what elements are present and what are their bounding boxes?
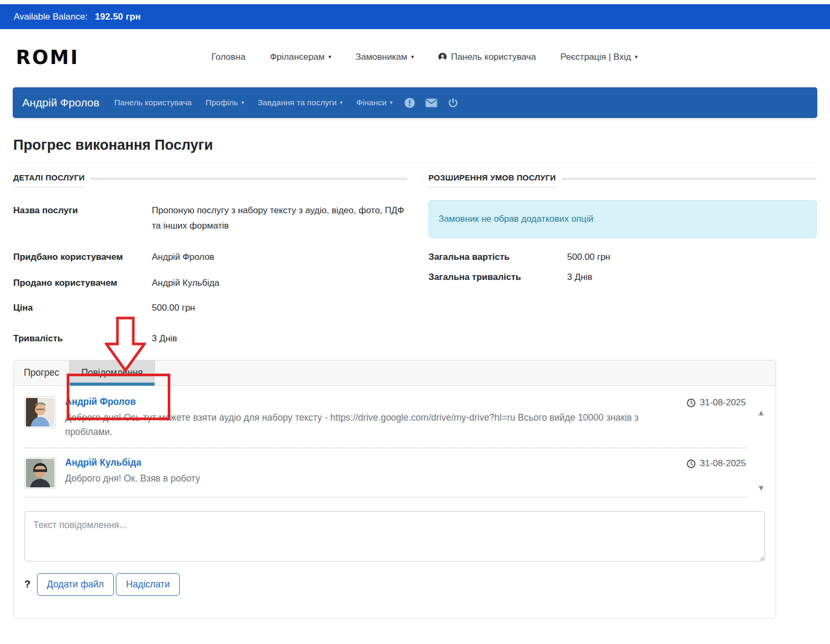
message-text: Доброго дня! Ось тут можете взяти аудіо … bbox=[65, 411, 678, 439]
help-icon[interactable]: ? bbox=[24, 578, 31, 590]
extensions-heading: РОЗШИРЕННЯ УМОВ ПОСЛУГИ bbox=[428, 173, 556, 187]
add-file-button[interactable]: Додати файл bbox=[37, 573, 114, 596]
usernav-dashboard[interactable]: Панель користувача bbox=[114, 98, 192, 107]
message-list: ▲ ▼ Андрій Фролов Д bbox=[24, 396, 765, 497]
service-details-section: ДЕТАЛІ ПОСЛУГИ Назва послуги Пропоную по… bbox=[13, 173, 407, 347]
message-text: Доброго дня! Ок. Взяв в роботу bbox=[65, 471, 678, 486]
service-extensions-section: РОЗШИРЕННЯ УМОВ ПОСЛУГИ Замовник не обра… bbox=[428, 173, 817, 347]
nav-user-dashboard[interactable]: Панель користувача bbox=[438, 52, 536, 62]
chevron-down-icon: ▾ bbox=[241, 100, 244, 105]
nav-auth[interactable]: Реєстрація | Вхід ▾ bbox=[560, 52, 637, 62]
total-duration-row: Загальна тривалість 3 Днів bbox=[428, 270, 817, 285]
nav-home[interactable]: Головна bbox=[212, 52, 246, 62]
message-item: Андрій Фролов Доброго дня! Ось тут может… bbox=[24, 396, 746, 448]
envelope-icon[interactable] bbox=[425, 98, 437, 107]
detail-row-buyer: Придбано користувачем Андрій Фролов bbox=[13, 250, 407, 265]
clock-icon bbox=[687, 398, 696, 407]
messages-tab-content: ▲ ▼ Андрій Фролов Д bbox=[14, 386, 776, 618]
message-item: Андрій Кульбіда Доброго дня! Ок. Взяв в … bbox=[24, 448, 746, 497]
detail-row-seller: Продано користувачем Андрій Кульбіда bbox=[13, 276, 407, 291]
tab-progress[interactable]: Прогрес bbox=[14, 360, 69, 385]
tab-messages[interactable]: Повідомлення bbox=[69, 360, 155, 385]
scroll-up-icon[interactable]: ▲ bbox=[757, 408, 765, 417]
site-header: ROMI Головна Фрілансерам ▾ Замовникам ▾ … bbox=[0, 29, 830, 85]
current-user-name[interactable]: Андрій Фролов bbox=[22, 96, 99, 109]
avatar bbox=[24, 396, 56, 428]
usernav-finance[interactable]: Фінанси ▾ bbox=[357, 98, 393, 107]
message-date: 31-08-2025 bbox=[700, 458, 746, 469]
no-options-alert: Замовник не обрав додаткових опцій bbox=[428, 200, 817, 238]
chevron-down-icon: ▾ bbox=[390, 100, 393, 105]
progress-panel: Прогрес Повідомлення ▲ ▼ bbox=[13, 360, 776, 618]
usernav-tasks-services[interactable]: Завдання та послуги ▾ bbox=[258, 98, 342, 107]
user-icon bbox=[438, 52, 447, 61]
balance-amount: 192.50 грн bbox=[95, 12, 141, 22]
send-button[interactable]: Надіслати bbox=[116, 573, 180, 596]
page-title: Прогрес виконання Послуги bbox=[13, 137, 817, 153]
message-input[interactable] bbox=[24, 511, 765, 561]
message-author[interactable]: Андрій Кульбіда bbox=[65, 457, 678, 468]
avatar-photo-kulbida bbox=[26, 459, 54, 487]
user-nav-links: Панель користувача Профіль ▾ Завдання та… bbox=[114, 98, 393, 107]
chevron-down-icon: ▾ bbox=[635, 54, 638, 60]
tab-bar: Прогрес Повідомлення bbox=[14, 360, 776, 386]
scroll-down-icon[interactable]: ▼ bbox=[757, 483, 765, 492]
detail-row-name: Назва послуги Пропоную послугу з набору … bbox=[13, 203, 407, 234]
avatar-photo-frolov bbox=[26, 398, 54, 427]
user-nav-icons bbox=[404, 97, 459, 108]
detail-row-duration: Тривалість 3 Днів bbox=[13, 331, 407, 347]
message-author[interactable]: Андрій Фролов bbox=[65, 396, 678, 407]
details-heading: ДЕТАЛІ ПОСЛУГИ bbox=[13, 173, 85, 187]
chevron-down-icon: ▾ bbox=[340, 100, 342, 105]
clock-icon bbox=[687, 459, 696, 468]
balance-label: Available Balance: bbox=[14, 12, 88, 22]
exclamation-circle-icon[interactable] bbox=[404, 97, 415, 108]
message-date: 31-08-2025 bbox=[700, 397, 746, 408]
chevron-down-icon: ▾ bbox=[329, 54, 332, 60]
avatar bbox=[24, 457, 56, 489]
nav-freelancers[interactable]: Фрілансерам ▾ bbox=[270, 52, 331, 62]
chat-footer: ? Додати файл Надіслати bbox=[24, 573, 765, 596]
user-navbar: Андрій Фролов Панель користувача Профіль… bbox=[13, 87, 817, 118]
power-icon[interactable] bbox=[448, 97, 459, 108]
nav-customers[interactable]: Замовникам ▾ bbox=[355, 52, 414, 62]
usernav-profile[interactable]: Профіль ▾ bbox=[206, 98, 244, 107]
site-logo[interactable]: ROMI bbox=[16, 46, 79, 68]
detail-row-price: Ціна 500.00 грн bbox=[13, 301, 407, 316]
main-nav: Головна Фрілансерам ▾ Замовникам ▾ Панел… bbox=[212, 52, 638, 62]
total-cost-row: Загальна вартість 500.00 грн bbox=[428, 250, 817, 265]
chevron-down-icon: ▾ bbox=[411, 54, 414, 60]
balance-bar: Available Balance: 192.50 грн bbox=[0, 4, 830, 29]
title-divider bbox=[13, 162, 817, 162]
